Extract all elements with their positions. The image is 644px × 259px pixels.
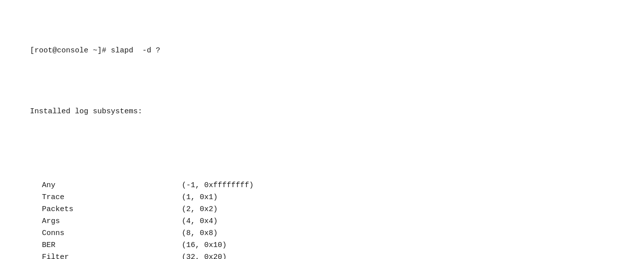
subsystem-row: Conns(8, 0x8) bbox=[12, 228, 632, 240]
subsystem-row: Packets(2, 0x2) bbox=[12, 204, 632, 216]
subsystem-table: Any(-1, 0xffffffff)Trace(1, 0x1)Packets(… bbox=[12, 156, 632, 259]
subsystem-row: Filter(32, 0x20) bbox=[12, 252, 632, 259]
subsystem-name: Filter bbox=[12, 252, 182, 259]
subsystem-name: Trace bbox=[12, 192, 182, 204]
subsystem-name: Packets bbox=[12, 204, 182, 216]
prompt-text: [root@console ~]# slapd -d ? bbox=[30, 46, 160, 55]
subsystem-value: (8, 0x8) bbox=[182, 228, 218, 240]
prompt-line: [root@console ~]# slapd -d ? bbox=[12, 33, 632, 69]
subsystem-row: Trace(1, 0x1) bbox=[12, 192, 632, 204]
subsystem-row: Any(-1, 0xffffffff) bbox=[12, 180, 632, 192]
header-line: Installed log subsystems: bbox=[12, 94, 632, 130]
subsystem-value: (1, 0x1) bbox=[182, 192, 218, 204]
subsystem-name: Conns bbox=[12, 228, 182, 240]
terminal-output: [root@console ~]# slapd -d ? Installed l… bbox=[12, 9, 632, 259]
subsystem-value: (16, 0x10) bbox=[182, 240, 227, 252]
subsystem-row: Args(4, 0x4) bbox=[12, 216, 632, 228]
subsystem-name: BER bbox=[12, 240, 182, 252]
header-text: Installed log subsystems: bbox=[30, 107, 142, 116]
subsystem-name: Args bbox=[12, 216, 182, 228]
subsystem-value: (32, 0x20) bbox=[182, 252, 227, 259]
subsystem-name: Any bbox=[12, 180, 182, 192]
subsystem-row: BER(16, 0x10) bbox=[12, 240, 632, 252]
subsystem-value: (2, 0x2) bbox=[182, 204, 218, 216]
subsystem-value: (4, 0x4) bbox=[182, 216, 218, 228]
subsystem-value: (-1, 0xffffffff) bbox=[182, 180, 254, 192]
